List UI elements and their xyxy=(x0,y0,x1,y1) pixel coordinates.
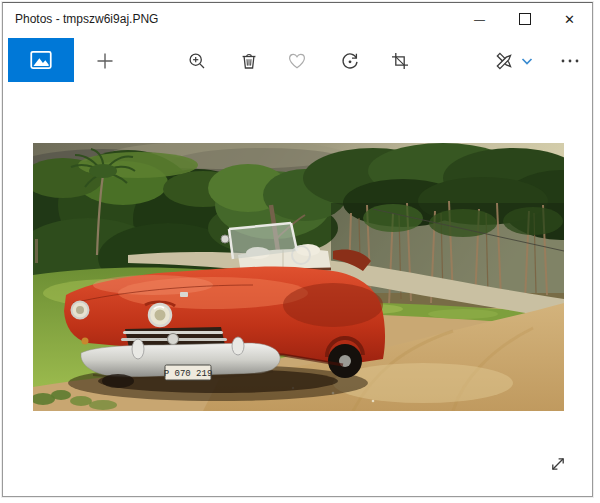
edit-create-button[interactable] xyxy=(485,43,541,79)
minimize-button[interactable]: — xyxy=(457,3,502,35)
license-plate: P 070 219 xyxy=(164,365,213,380)
delete-button[interactable] xyxy=(231,43,267,79)
add-button[interactable] xyxy=(87,43,123,79)
photos-app-window: Photos - tmpszw6i9aj.PNG — ✕ xyxy=(2,2,593,497)
license-plate-text: P 070 219 xyxy=(164,369,213,379)
caption-buttons: — ✕ xyxy=(457,3,592,35)
rotate-icon xyxy=(340,51,360,71)
ellipsis-icon xyxy=(559,50,581,72)
collection-button[interactable] xyxy=(8,38,74,82)
heart-icon xyxy=(287,51,307,71)
plus-icon xyxy=(94,50,116,72)
crossed-pencils-icon xyxy=(493,49,517,73)
chevron-down-icon xyxy=(521,57,533,66)
close-icon: ✕ xyxy=(564,12,575,27)
maximize-icon xyxy=(519,13,531,25)
maximize-button[interactable] xyxy=(502,3,547,35)
rotate-button[interactable] xyxy=(332,43,368,79)
toolbar xyxy=(3,35,592,87)
diagonal-resize-icon xyxy=(548,454,568,474)
photo: P 070 219 xyxy=(33,143,564,411)
titlebar[interactable]: Photos - tmpszw6i9aj.PNG — ✕ xyxy=(3,3,592,35)
minimize-icon: — xyxy=(474,13,485,25)
trash-icon xyxy=(239,51,259,71)
close-button[interactable]: ✕ xyxy=(547,3,592,35)
fullscreen-button[interactable] xyxy=(543,449,573,479)
crop-icon xyxy=(390,51,410,71)
image-mountain-icon xyxy=(28,47,54,73)
magnifier-plus-icon xyxy=(187,51,207,71)
window-title: Photos - tmpszw6i9aj.PNG xyxy=(15,3,158,35)
crop-button[interactable] xyxy=(382,43,418,79)
zoom-button[interactable] xyxy=(179,43,215,79)
see-more-button[interactable] xyxy=(552,43,588,79)
favorite-button[interactable] xyxy=(279,43,315,79)
photo-viewer[interactable]: P 070 219 xyxy=(33,143,564,411)
